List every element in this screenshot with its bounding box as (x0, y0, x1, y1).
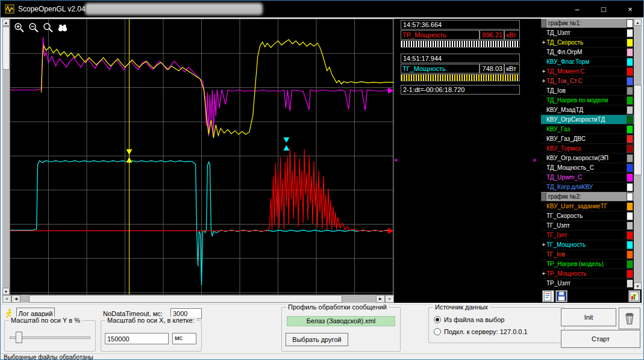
signal-row[interactable]: ТД_Uзпт (541, 28, 634, 38)
color-swatch[interactable] (627, 116, 633, 124)
signal-scrollbar[interactable]: ▲ ▼ (634, 19, 642, 290)
scroll-up-icon[interactable]: ▲ (634, 19, 642, 26)
color-swatch[interactable] (627, 29, 633, 37)
signal-row[interactable]: +ТД_Ток_Ст.С (541, 76, 634, 86)
signal-scroll-thumb[interactable] (634, 85, 642, 175)
source-server-radio-row[interactable]: Подкл. к серверу: 127.0.0.1 (434, 328, 528, 335)
color-swatch[interactable] (627, 202, 633, 211)
chart-vertical-scrollbar[interactable]: ▲ ▼ (2, 19, 10, 295)
splitter-right[interactable]: » (533, 19, 541, 303)
color-swatch[interactable] (627, 260, 633, 268)
expand-plus-icon[interactable]: + (541, 241, 546, 248)
x-unit-select[interactable]: мс (172, 333, 196, 344)
cursor-1-marker[interactable] (126, 149, 132, 155)
signal-row[interactable]: КВУ_Флаг.Торм (541, 57, 634, 67)
cursor-1-marker[interactable] (126, 157, 132, 163)
color-swatch[interactable] (627, 183, 633, 191)
expand-plus-icon[interactable]: + (541, 68, 546, 75)
radio-selected-icon[interactable] (434, 316, 441, 323)
y-scale-slider-thumb[interactable] (16, 332, 22, 343)
expand-plus-icon[interactable]: + (541, 270, 546, 277)
source-file-radio-row[interactable]: Из файла на выбор (434, 316, 504, 323)
scroll-down-icon[interactable]: ▼ (2, 288, 10, 295)
clear-button[interactable] (619, 308, 640, 329)
radio-unselected-icon[interactable] (434, 328, 441, 335)
zoom-in-icon[interactable] (14, 22, 25, 33)
signal-row[interactable]: +ТД_Скорость (541, 38, 634, 48)
color-swatch[interactable] (627, 241, 633, 249)
save-button[interactable] (555, 290, 567, 302)
color-swatch[interactable] (627, 231, 633, 240)
titlebar[interactable]: ScopeOpenGL v2.04 – □ × (1, 1, 643, 17)
cursor-2-marker[interactable] (283, 137, 289, 143)
signal-row[interactable]: +ТД_Момент.С (541, 67, 634, 76)
color-swatch[interactable] (627, 77, 633, 85)
color-swatch[interactable] (627, 222, 633, 230)
color-swatch[interactable] (627, 250, 633, 259)
start-button[interactable]: Старт (561, 330, 640, 348)
zoom-out-icon[interactable] (28, 22, 39, 33)
color-swatch[interactable] (627, 154, 633, 163)
scroll-up-icon[interactable]: ▲ (2, 19, 10, 26)
zoom-window-icon[interactable] (43, 22, 54, 33)
signal-row[interactable]: ТД_Нагрев по модели (541, 96, 634, 105)
signal-row[interactable]: ТД_Фл.ОгрМ (541, 48, 634, 57)
signal-row[interactable]: КВУ_МзадТД (541, 105, 634, 115)
export-report-button[interactable] (542, 290, 554, 302)
signal-row[interactable]: ТД_Iов (541, 86, 634, 96)
color-swatch[interactable] (627, 164, 633, 172)
signal-row[interactable]: КВУ_Uзпт_заданиеТГ (541, 202, 634, 211)
color-swatch[interactable] (627, 135, 633, 143)
color-swatch[interactable] (627, 173, 633, 182)
signal-row[interactable]: ТР_Uзпт (541, 279, 634, 288)
init-button[interactable]: Init (561, 308, 616, 326)
color-swatch[interactable] (627, 87, 633, 95)
expand-plus-icon[interactable]: + (541, 39, 546, 46)
signal-row[interactable]: ТД_Когр.дляКВУ (541, 182, 634, 192)
signal-row[interactable]: КВУ_Огр.скорости(ЭП (541, 154, 634, 163)
splitter-expand-icon[interactable]: » (394, 156, 398, 163)
x-scale-input[interactable] (105, 333, 169, 344)
expand-plus-icon[interactable]: + (541, 78, 546, 84)
splitter-expand-icon[interactable]: » (533, 156, 536, 163)
color-swatch[interactable] (627, 270, 633, 278)
signal-row[interactable]: ТГ_Uзпт (541, 221, 634, 231)
signal-row[interactable]: КВУ_Тормоз (541, 144, 634, 154)
color-swatch[interactable] (627, 67, 633, 76)
close-button[interactable]: × (617, 1, 643, 17)
signal-row[interactable]: ТГ_Iзпт (541, 231, 634, 240)
scroll-far-left-icon[interactable]: « (2, 295, 11, 303)
signal-row[interactable]: ТД_Upwm_С (541, 173, 634, 182)
color-swatch[interactable] (627, 48, 633, 57)
chart-horizontal-scrollbar[interactable]: « ◄ ► » (2, 295, 394, 303)
signal-row[interactable]: ТГ_Iов (541, 250, 634, 259)
color-swatch[interactable] (627, 96, 633, 105)
color-swatch[interactable] (627, 58, 633, 66)
scroll-down-icon[interactable]: ▼ (634, 282, 642, 290)
horizontal-scroll-track[interactable] (20, 295, 376, 303)
color-swatch[interactable] (627, 125, 633, 134)
horizontal-scroll-thumb[interactable] (29, 295, 342, 303)
binoculars-icon[interactable] (57, 22, 68, 33)
splitter-left[interactable]: » (394, 19, 399, 303)
plot-area[interactable] (10, 19, 394, 295)
maximize-button[interactable]: □ (590, 1, 617, 17)
scroll-right-icon[interactable]: ► (376, 295, 385, 303)
color-swatch[interactable] (627, 106, 633, 114)
color-swatch[interactable] (627, 39, 633, 47)
signal-row[interactable]: ТР_Нагрев (модель) (541, 259, 634, 269)
signal-row[interactable]: ТГ_Скорость (541, 211, 634, 221)
color-swatch[interactable] (627, 212, 633, 220)
signal-row[interactable]: КВУ_Газ (541, 125, 634, 134)
graph-settings-button[interactable] (628, 290, 640, 302)
signal-row[interactable]: КВУ_ОгрСкоростиТД (541, 115, 634, 125)
signal-row[interactable]: +ТГ_Мощность (541, 240, 634, 250)
signal-row[interactable]: КВУ_Газ_ДВС (541, 134, 634, 144)
choose-profile-button[interactable]: Выбрать другой (286, 333, 348, 346)
minimize-button[interactable]: – (564, 1, 590, 17)
vertical-scroll-thumb[interactable] (2, 26, 10, 70)
signal-row[interactable]: +ТР_Мощность (541, 269, 634, 279)
color-swatch[interactable] (627, 279, 633, 288)
cursor-2-marker[interactable] (283, 145, 289, 151)
scroll-left-icon[interactable]: ◄ (11, 295, 20, 303)
